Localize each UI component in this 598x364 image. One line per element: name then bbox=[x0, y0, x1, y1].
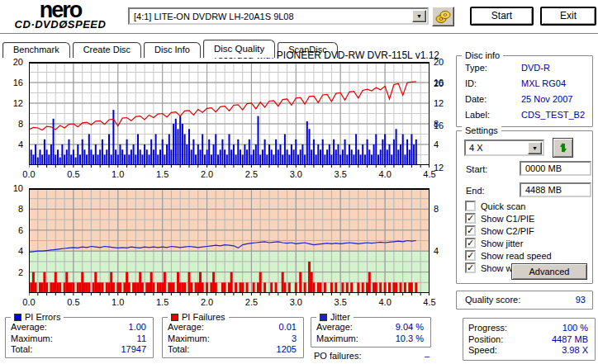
axis-tick-label: 12 bbox=[434, 163, 444, 173]
axis-tick-label: 8 bbox=[0, 119, 23, 129]
disc-type-row: Type:DVD-R bbox=[465, 63, 586, 73]
drive-select-value: [4:1] LITE-ON DVDRW LH-20A1S 9L08 bbox=[130, 12, 412, 21]
chart2-plot-area bbox=[29, 188, 430, 293]
axis-tick-label: 10 bbox=[0, 183, 23, 193]
axis-tick-label: 12 bbox=[434, 98, 444, 108]
po-failures-row: PO failures: – bbox=[314, 351, 430, 361]
axis-tick-label: 20 bbox=[0, 57, 23, 67]
start-field-label: Start: bbox=[466, 164, 487, 174]
disc-info-title: Disc info bbox=[462, 50, 503, 60]
axis-tick-label: 3.0 bbox=[285, 297, 306, 307]
disc-glyph-icon: Ø bbox=[59, 18, 68, 31]
pi-errors-write-speed-chart: 20161284 20161284 0.00.51.01.52.02.53.03… bbox=[0, 62, 450, 177]
axis-tick-label: 2.5 bbox=[240, 297, 262, 307]
axis-tick-label: 8 bbox=[0, 204, 23, 214]
checkbox-row-show-c1-pie: ✓ Show C1/PIE bbox=[465, 213, 534, 224]
pi-errors-swatch bbox=[14, 314, 21, 321]
pi-failures-swatch bbox=[171, 314, 178, 321]
quality-score-value: 93 bbox=[576, 295, 586, 305]
axis-tick-label: 2.5 bbox=[240, 169, 262, 179]
axis-tick-label: 4 bbox=[434, 246, 439, 256]
axis-tick-label: 16 bbox=[434, 121, 444, 130]
axis-tick-label: 1.5 bbox=[152, 169, 173, 179]
chevron-down-icon[interactable]: ▼ bbox=[412, 10, 426, 22]
disc-date-row: Date:25 Nov 2007 bbox=[465, 94, 586, 104]
axis-tick-label: 3.5 bbox=[330, 169, 351, 179]
end-field[interactable]: 4488 MB bbox=[520, 182, 591, 197]
jitter-title: Jitter bbox=[316, 312, 354, 322]
axis-tick-label: 4 bbox=[0, 246, 23, 256]
chevron-down-icon[interactable]: ▼ bbox=[528, 142, 542, 154]
start-button[interactable]: Start bbox=[470, 7, 534, 26]
po-failures-label: PO failures: bbox=[314, 351, 361, 361]
drive-select-dropdown[interactable]: [4:1] LITE-ON DVDRW LH-20A1S 9L08 ▼ bbox=[128, 7, 429, 25]
scan-speed-dropdown[interactable]: 4 X ▼ bbox=[464, 139, 544, 156]
axis-tick-label: 0.5 bbox=[63, 297, 84, 307]
axis-tick-label: 4.0 bbox=[374, 297, 396, 307]
axis-tick-label: 20 bbox=[434, 78, 444, 88]
discs-icon bbox=[435, 10, 451, 24]
exit-button[interactable]: Exit bbox=[540, 7, 596, 26]
axis-tick-label: 2 bbox=[0, 267, 23, 277]
axis-tick-label: 4 bbox=[0, 139, 23, 149]
chart1-plot-area bbox=[29, 62, 430, 165]
quality-score-label: Quality score: bbox=[465, 295, 520, 305]
axis-tick-label: 0.0 bbox=[18, 297, 40, 307]
jitter-swatch bbox=[320, 314, 327, 321]
settings-panel: Settings 4 X ▼ Start: 0000 MB End: 4488 … bbox=[456, 130, 593, 284]
disc-info-panel: Disc info Type:DVD-R ID:MXL RG04 Date:25… bbox=[456, 55, 593, 127]
settings-title: Settings bbox=[462, 125, 501, 135]
header-separator bbox=[0, 33, 598, 35]
disc-id-row: ID:MXL RG04 bbox=[465, 78, 586, 88]
pi-errors-panel: PI Errors Average:1.00 Maximum:11 Total:… bbox=[5, 317, 154, 358]
disc-label-row: Label:CDS_TEST_B2 bbox=[465, 110, 586, 120]
pi-errors-title: PI Errors bbox=[11, 312, 64, 322]
axis-tick-label: 2.0 bbox=[197, 297, 218, 307]
axis-tick-label: 4 bbox=[434, 139, 439, 149]
quality-score-panel: Quality score: 93 bbox=[456, 291, 593, 310]
pi-failures-panel: PI Failures Average:0.01 Maximum:3 Total… bbox=[162, 317, 304, 358]
start-field[interactable]: 0000 MB bbox=[520, 161, 591, 176]
axis-tick-label: 16 bbox=[0, 78, 23, 87]
jitter-pi-failures-chart: 108642 20161284 0.00.51.01.52.02.53.03.5… bbox=[0, 188, 450, 305]
checkbox-row-quick-scan: Quick scan bbox=[465, 201, 525, 211]
axis-tick-label: 20 bbox=[434, 57, 444, 67]
scan-speed-value: 4 X bbox=[466, 143, 528, 153]
end-field-label: End: bbox=[466, 186, 485, 196]
show-c1-pie-checkbox[interactable]: ✓ bbox=[465, 213, 476, 224]
chart1-x-axis: 0.00.51.01.52.02.53.03.54.04.5 bbox=[29, 169, 430, 180]
nero-logo: nero CD·DVDØSPEED bbox=[3, 0, 117, 31]
axis-tick-label: 4.0 bbox=[374, 169, 396, 179]
axis-tick-label: 2.0 bbox=[197, 169, 218, 179]
axis-tick-label: 8 bbox=[434, 204, 439, 214]
show-read-speed-checkbox[interactable]: ✓ bbox=[465, 250, 476, 261]
show-jitter-checkbox[interactable]: ✓ bbox=[465, 238, 476, 248]
progress-panel: Progress:100 % Position:4487 MB Speed:3.… bbox=[463, 318, 596, 361]
eject-disc-button[interactable] bbox=[432, 7, 454, 26]
axis-tick-label: 1.0 bbox=[107, 297, 129, 307]
axis-tick-label: 1.0 bbox=[107, 169, 129, 179]
refresh-button[interactable] bbox=[553, 138, 573, 158]
axis-tick-label: 6 bbox=[0, 225, 23, 235]
tab-disc-quality[interactable]: Disc Quality bbox=[203, 40, 275, 58]
cd-dvd-speed-text: CD·DVDØSPEED bbox=[3, 20, 117, 30]
axis-tick-label: 0.0 bbox=[18, 169, 40, 179]
advanced-button[interactable]: Advanced bbox=[511, 263, 587, 280]
show-c2-pif-checkbox[interactable]: ✓ bbox=[465, 225, 476, 236]
header-bar: nero CD·DVDØSPEED [4:1] LITE-ON DVDRW LH… bbox=[0, 0, 598, 33]
checkbox-row-show-read-speed: ✓ Show read speed bbox=[465, 250, 552, 261]
axis-tick-label: 1.5 bbox=[152, 297, 173, 307]
axis-tick-label: 12 bbox=[0, 98, 23, 108]
axis-tick-label: 3.5 bbox=[330, 297, 351, 307]
show-write-speed-checkbox[interactable]: ✓ bbox=[465, 262, 476, 273]
quick-scan-checkbox[interactable] bbox=[465, 201, 476, 211]
quality-score-row: Quality score: 93 bbox=[465, 295, 586, 305]
pi-failures-title: PI Failures bbox=[168, 312, 229, 322]
po-failures-value: – bbox=[425, 351, 430, 361]
axis-tick-label: 4.5 bbox=[419, 297, 440, 307]
nero-brand-text: nero bbox=[3, 0, 117, 20]
checkbox-row-show-c2-pif: ✓ Show C2/PIF bbox=[465, 225, 534, 236]
axis-tick-label: 3.0 bbox=[285, 169, 306, 179]
chart2-x-axis: 0.00.51.01.52.02.53.03.54.04.5 bbox=[29, 297, 430, 308]
axis-tick-label: 0.5 bbox=[63, 169, 84, 179]
